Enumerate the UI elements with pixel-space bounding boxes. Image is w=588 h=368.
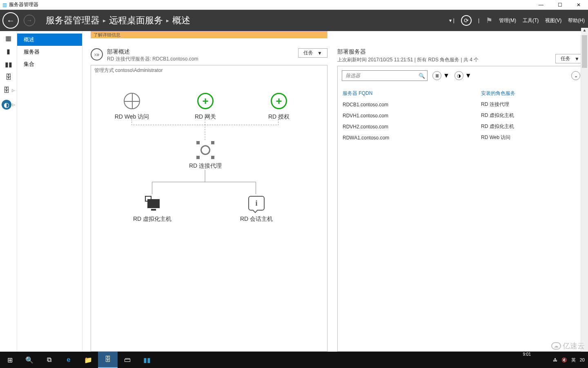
chevron-down-icon: ▼ [465,72,472,79]
window-titlebar: ▥ 服务器管理器 — ☐ ✕ [0,0,588,10]
minimize-button[interactable]: — [532,0,550,10]
breadcrumb-section[interactable]: 远程桌面服务 [109,14,163,27]
taskbar: ⊞ 🔍 ⧉ e 📁 🗄 🗃 ▮▮ 🖧 🔇 英 20 9:01 [0,352,588,368]
managed-by: 管理方式 contoso\Administrator [91,65,327,76]
deploy-overview-panel: 管理方式 contoso\Administrator RD Web 访问 [91,65,327,352]
group-by-dropdown[interactable]: ≣▼ [432,71,450,80]
table-row[interactable]: RDVH1.contoso.comRD 虚拟化主机 [339,110,584,121]
menu-tools[interactable]: 工具(T) [519,16,542,26]
side-nav: 概述 服务器 集合 [17,31,82,352]
deploy-servers-title: 部署服务器 [337,48,479,56]
filter-input[interactable] [342,73,416,79]
tray-volume-icon[interactable]: 🔇 [561,357,567,363]
col-role[interactable]: 安装的角色服务 [477,88,584,99]
menu-manage[interactable]: 管理(M) [496,16,519,26]
system-tray: 🖧 🔇 英 20 9:01 [553,357,588,363]
deploy-overview-title: 部署概述 [107,48,198,56]
chevron-right-icon[interactable]: ▷ [12,103,15,107]
node-label: RD Web 访问 [115,113,149,121]
taskbar-app-1[interactable]: 🗃 [118,352,137,368]
node-rd-connection-broker[interactable]: RD 连接代理 [177,141,234,170]
app-icon: ▥ [2,2,7,8]
tasks-dropdown[interactable]: 任务▼ [298,48,327,58]
start-button[interactable]: ⊞ [0,352,20,368]
chevron-down-icon: ▼ [575,56,579,62]
tag-icon: ◑ [454,71,463,80]
close-button[interactable]: ✕ [569,0,588,10]
taskbar-explorer[interactable]: 📁 [78,352,98,368]
node-rd-session-host[interactable]: i RD 会话主机 [228,194,285,223]
nav-item-servers[interactable]: 服务器 [17,46,82,58]
info-banner[interactable]: 了解详细信息 [91,31,327,38]
node-rd-licensing[interactable]: + RD 授权 [250,92,307,121]
cloud-icon: ☁ [551,342,561,350]
watermark: ☁ 亿速云 [551,341,585,351]
notifications-flag[interactable]: ⚑ [483,14,496,27]
scroll-thumb[interactable] [582,35,587,68]
node-rd-web-access[interactable]: RD Web 访问 [103,92,160,121]
refresh-button[interactable]: ⟳ [458,13,475,27]
nav-item-collections[interactable]: 集合 [17,58,82,70]
rail-rds-icon[interactable]: ◐ [2,100,11,110]
rail-dashboard-icon[interactable]: ▦ [4,34,13,42]
search-button[interactable]: 🔍 [20,352,39,368]
col-fqdn[interactable]: 服务器 FQDN [339,88,476,99]
header-divider: | [475,16,483,25]
globe-icon [124,93,140,109]
node-label: RD 授权 [268,113,290,121]
rail-file-services-icon[interactable]: 🗄 [4,74,13,81]
tray-clock-cut[interactable]: 20 [580,357,585,362]
forward-button[interactable]: → [24,15,35,26]
broker-icon [197,142,214,158]
back-button[interactable]: ← [2,12,19,29]
section-icon: ›» [91,48,103,61]
add-icon: + [271,93,287,109]
tray-network-icon[interactable]: 🖧 [553,357,557,362]
search-icon[interactable]: 🔍 [416,73,427,79]
taskbar-ie[interactable]: e [59,352,78,368]
taskbar-app-2[interactable]: ▮▮ [137,352,157,368]
nav-item-overview[interactable]: 概述 [17,34,82,46]
menu-help[interactable]: 帮助(H) [565,16,588,26]
node-rd-gateway[interactable]: + RD 网关 [177,92,234,121]
deploy-servers-panel: 🔍 ≣▼ ◑▼ ⌄ 服务器 FQDN 安装的角色服务 RDCB1.contoso… [337,66,585,352]
node-label: RD 虚拟化主机 [133,215,172,223]
watermark-text: 亿速云 [563,341,585,351]
list-icon: ≣ [432,71,441,80]
chevron-down-icon: ▼ [317,50,322,56]
tray-ime[interactable]: 英 [571,357,576,363]
deploy-overview-subtitle: RD 连接代理服务器: RDCB1.contoso.com [107,56,198,63]
table-row[interactable]: RDWA1.contoso.comRD Web 访问 [339,132,584,143]
expand-button[interactable]: ⌄ [571,71,580,80]
tray-clock: 9:01 [523,352,531,357]
header-ribbon: ← → 服务器管理器 ▸ 远程桌面服务 ▸ 概述 ▾ | ⟳ | ⚑ 管理(M)… [0,10,588,31]
taskbar-server-manager[interactable]: 🗄 [98,352,118,368]
vertical-scrollbar[interactable]: ▲ ▼ [581,35,588,352]
filter-input-wrap: 🔍 [342,70,428,81]
breadcrumb-page[interactable]: 概述 [172,14,190,27]
scroll-up-arrow[interactable]: ▲ [581,28,588,35]
chevron-right-icon: ▸ [166,17,169,24]
breadcrumb-root[interactable]: 服务器管理器 [46,14,100,27]
deploy-servers-header: 部署服务器 上次刷新时间 2017/10/25 11:21:51 | 所有 RD… [337,48,585,63]
node-label: RD 连接代理 [189,162,222,170]
node-rd-virtualization-host[interactable]: RD 虚拟化主机 [124,194,181,223]
rail-hyperv-icon[interactable]: 🗄 [2,87,11,94]
rail-local-server-icon[interactable]: ▮ [4,47,13,55]
rail-all-servers-icon[interactable]: ▮▮ [4,61,13,68]
menu-view[interactable]: 视图(V) [542,16,565,26]
filter-row: 🔍 ≣▼ ◑▼ ⌄ [338,66,584,85]
deployment-diagram: RD Web 访问 + RD 网关 + RD 授权 RD 连接代理 [91,76,327,305]
node-label: RD 网关 [195,113,216,121]
maximize-button[interactable]: ☐ [550,0,569,10]
header-dropdown[interactable]: ▾ | [446,16,457,25]
save-query-dropdown[interactable]: ◑▼ [454,71,472,80]
monitor-icon [143,195,161,211]
add-icon: + [197,93,214,109]
table-row[interactable]: RDCB1.contoso.comRD 连接代理 [339,99,584,110]
chevron-right-icon[interactable]: ▷ [12,88,15,92]
table-row[interactable]: RDVH2.contoso.comRD 虚拟化主机 [339,121,584,132]
task-view-button[interactable]: ⧉ [39,352,59,368]
chevron-right-icon: ▸ [103,17,106,24]
flag-icon: ⚑ [486,16,492,25]
